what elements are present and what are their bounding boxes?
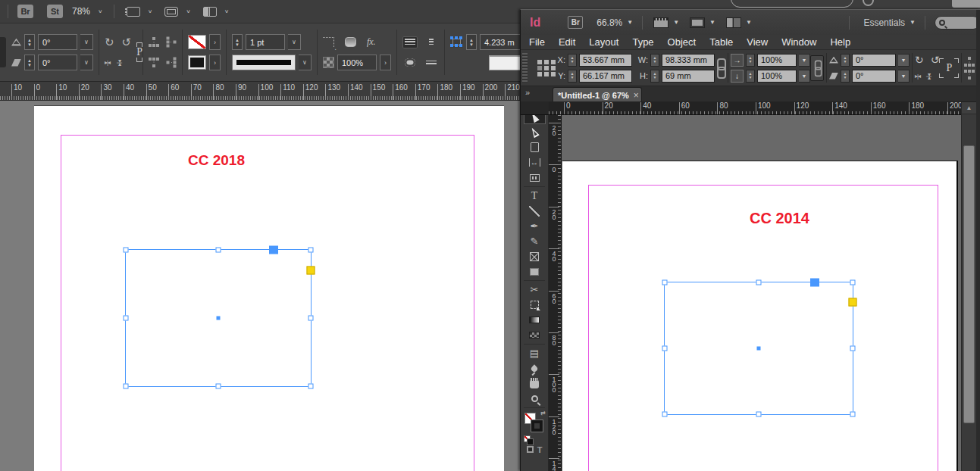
rectangle-frame-tool[interactable] bbox=[524, 249, 546, 264]
chevron-down-icon[interactable]: ∨ bbox=[186, 9, 191, 14]
rotate-cw-button[interactable]: ↻ bbox=[105, 37, 114, 48]
stock-button[interactable]: St bbox=[47, 5, 63, 18]
arrange-documents-icon[interactable] bbox=[203, 7, 217, 17]
direct-selection-tool[interactable] bbox=[524, 125, 546, 139]
wrap-offset-field[interactable]: 4.233 m bbox=[480, 34, 520, 50]
effects-button[interactable]: fx. bbox=[367, 36, 376, 48]
shear-dropdown[interactable]: ▼ bbox=[898, 70, 910, 83]
swap-fill-stroke-icon[interactable]: ⇄ bbox=[540, 410, 546, 416]
frame-center-point[interactable] bbox=[757, 347, 761, 351]
panel-grip[interactable] bbox=[522, 53, 528, 83]
constrain-dimensions-icon[interactable] bbox=[715, 58, 725, 78]
menu-layout[interactable]: Layout bbox=[582, 36, 625, 48]
dropdown-arrow-icon[interactable]: ▼ bbox=[709, 19, 715, 26]
frame-handle-top-center[interactable] bbox=[216, 248, 221, 253]
eyedropper-tool[interactable] bbox=[524, 361, 546, 376]
menu-window[interactable]: Window bbox=[775, 36, 823, 48]
corner-options-widget[interactable] bbox=[849, 298, 857, 307]
scale-y-stepper[interactable]: ▲▼ bbox=[746, 70, 755, 83]
pen-tool[interactable]: ✒ bbox=[524, 219, 546, 233]
view-options-icon[interactable] bbox=[127, 7, 140, 17]
frame-edge-solid-handle[interactable] bbox=[269, 246, 278, 254]
x-stepper[interactable]: ▲▼ bbox=[568, 54, 577, 67]
frame-edge-solid-handle[interactable] bbox=[810, 279, 819, 287]
scale-y-dropdown[interactable]: ▼ bbox=[799, 70, 810, 83]
rotation-dropdown[interactable]: ∨ bbox=[80, 34, 93, 50]
chevron-down-icon[interactable]: ∨ bbox=[148, 9, 153, 14]
frame-handle-top-center[interactable] bbox=[756, 280, 762, 285]
frame-handle-middle-right[interactable] bbox=[308, 316, 314, 321]
rotation-angle-field[interactable]: 0° bbox=[38, 34, 77, 50]
shear-angle-field[interactable]: 0° bbox=[38, 55, 77, 70]
frame-handle-bottom-center[interactable] bbox=[216, 384, 221, 389]
shear-stepper[interactable]: ▲▼ bbox=[24, 55, 35, 70]
rotation-stepper[interactable]: ▲▼ bbox=[841, 54, 850, 67]
reference-point-p[interactable]: P bbox=[939, 57, 959, 80]
menu-view[interactable]: View bbox=[740, 36, 775, 48]
dropdown-arrow-icon[interactable]: ▼ bbox=[746, 19, 752, 26]
menu-table[interactable]: Table bbox=[703, 36, 740, 48]
h-value-field[interactable]: 69 mm bbox=[662, 70, 715, 83]
rotate-cw-button[interactable]: ↻ bbox=[915, 55, 924, 65]
object-style-icon[interactable] bbox=[166, 58, 176, 68]
fill-stroke-control[interactable]: ⇄ bbox=[524, 411, 544, 434]
workspace-switcher[interactable]: Essentials bbox=[863, 17, 905, 28]
scale-x-field[interactable]: 100% bbox=[757, 54, 797, 67]
stroke-more-button[interactable]: › bbox=[209, 55, 221, 70]
corner-options-icon[interactable] bbox=[323, 37, 334, 47]
menu-object[interactable]: Object bbox=[661, 36, 703, 48]
flip-vertical-button[interactable]: ▸|◂ bbox=[926, 73, 933, 78]
wrap-offset-stepper[interactable]: ▲▼ bbox=[466, 34, 477, 50]
hand-tool[interactable] bbox=[524, 376, 546, 391]
corner-shape-icon[interactable] bbox=[345, 37, 356, 47]
frame-handle-top-right[interactable] bbox=[308, 248, 314, 253]
y-stepper[interactable]: ▲▼ bbox=[568, 70, 577, 83]
rotate-ccw-button[interactable]: ↺ bbox=[122, 37, 132, 48]
x-value-field[interactable]: 53.667 mm bbox=[579, 54, 632, 67]
stroke-swatch[interactable] bbox=[531, 420, 543, 432]
frame-handle-bottom-right[interactable] bbox=[850, 412, 856, 417]
panel-collapse-icon[interactable]: » bbox=[525, 88, 530, 97]
bridge-button[interactable]: Br bbox=[17, 5, 33, 18]
formatting-affects-text-button[interactable]: T bbox=[537, 446, 543, 454]
flip-horizontal-button[interactable]: ▸|◂ bbox=[915, 73, 920, 80]
dropdown-arrow-icon[interactable]: ▼ bbox=[910, 19, 916, 26]
menu-help[interactable]: Help bbox=[823, 36, 857, 48]
frame-handle-bottom-right[interactable] bbox=[308, 384, 314, 389]
shear-dropdown[interactable]: ∨ bbox=[80, 55, 93, 70]
menu-file[interactable]: File bbox=[522, 36, 552, 48]
object-style-icon[interactable] bbox=[964, 57, 975, 67]
frame-handle-top-right[interactable] bbox=[850, 280, 856, 285]
pencil-tool[interactable]: ✎ bbox=[524, 234, 546, 248]
selected-frame[interactable] bbox=[125, 249, 312, 387]
zoom-tool[interactable] bbox=[524, 391, 546, 406]
shear-stepper[interactable]: ▲▼ bbox=[841, 70, 850, 83]
object-style-icon[interactable] bbox=[166, 37, 176, 48]
chevron-down-icon[interactable]: ∨ bbox=[98, 9, 103, 14]
h-stepper[interactable]: ▲▼ bbox=[650, 70, 659, 83]
frame-handle-top-left[interactable] bbox=[662, 280, 668, 285]
corner-options-widget[interactable] bbox=[307, 267, 315, 275]
stroke-style-dropdown[interactable]: ∨ bbox=[299, 55, 312, 70]
tab-close-icon[interactable]: × bbox=[634, 92, 639, 99]
y-value-field[interactable]: 66.167 mm bbox=[579, 70, 632, 83]
gradient-feather-tool[interactable] bbox=[524, 328, 546, 342]
zoom-level-value[interactable]: 78% bbox=[72, 6, 90, 17]
stroke-style-preview[interactable] bbox=[232, 55, 296, 70]
scale-y-field[interactable]: 100% bbox=[757, 70, 797, 83]
frame-handle-bottom-left[interactable] bbox=[124, 384, 129, 389]
constrain-scale-button[interactable] bbox=[810, 55, 824, 81]
stroke-weight-field[interactable]: 1 pt bbox=[246, 34, 285, 50]
stroke-weight-dropdown[interactable]: ∨ bbox=[288, 34, 301, 50]
wrap-bounding-box-button[interactable] bbox=[424, 36, 439, 48]
object-style-icon[interactable] bbox=[149, 37, 159, 47]
wrap-object-shape-button[interactable] bbox=[402, 57, 418, 69]
frame-handle-bottom-left[interactable] bbox=[662, 412, 668, 417]
jump-object-button[interactable] bbox=[424, 57, 439, 69]
docked-panel-edge[interactable] bbox=[0, 37, 6, 67]
reference-point-proxy[interactable] bbox=[537, 66, 542, 70]
scroll-up-button[interactable]: ▲ bbox=[962, 102, 976, 114]
gradient-swatch-tool[interactable] bbox=[524, 313, 546, 327]
flip-vertical-button[interactable]: ▸|◂ bbox=[117, 60, 124, 65]
opacity-more-button[interactable]: › bbox=[380, 55, 391, 70]
